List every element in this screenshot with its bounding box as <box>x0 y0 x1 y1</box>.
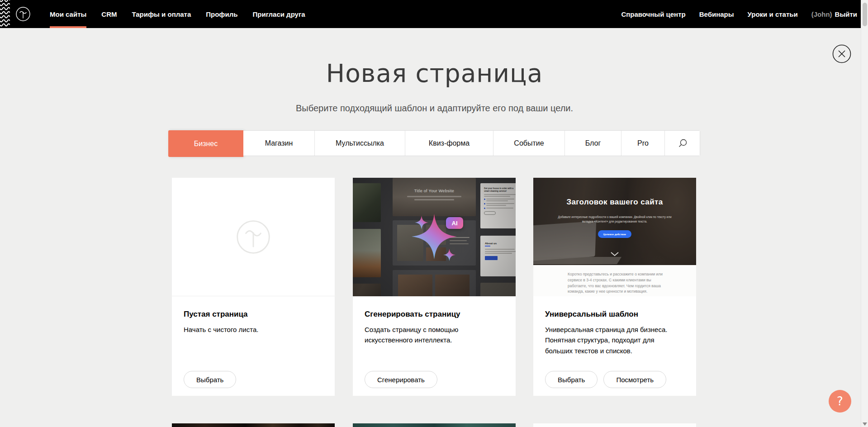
card-title: Пустая страница <box>184 310 248 319</box>
waves-decoration-icon <box>0 0 10 28</box>
nav-pricing[interactable]: Тарифы и оплата <box>132 0 191 28</box>
card-title: Сгенерировать страницу <box>365 310 460 319</box>
card-title: Универсальный шаблон <box>545 310 638 319</box>
preview-cta-button: Целевое действие <box>598 230 631 238</box>
main-menu: Мои сайты CRM Тарифы и оплата Профиль Пр… <box>50 0 305 28</box>
select-blank-button[interactable]: Выбрать <box>184 371 236 388</box>
page-title: Новая страница <box>172 59 697 88</box>
preview-universal-button[interactable]: Посмотреть <box>603 371 666 388</box>
generate-button[interactable]: Сгенерировать <box>365 371 437 388</box>
nav-lessons[interactable]: Уроки и статьи <box>748 0 798 28</box>
tab-event[interactable]: Событие <box>493 131 565 156</box>
nav-help-center[interactable]: Справочный центр <box>621 0 685 28</box>
top-navbar: Мои сайты CRM Тарифы и оплата Профиль Пр… <box>0 0 868 28</box>
card-description: Начать с чистого листа. <box>184 324 319 335</box>
logout-label: Выйти <box>835 10 857 18</box>
nav-profile[interactable]: Профиль <box>206 0 237 28</box>
new-page-dialog: Мои сайты CRM Тарифы и оплата Профиль Пр… <box>0 0 868 427</box>
page-subtitle: Выберите подходящий шаблон и адаптируйте… <box>172 103 697 114</box>
nav-crm[interactable]: CRM <box>101 0 117 28</box>
tab-shop[interactable]: Магазин <box>243 131 315 156</box>
close-icon <box>832 44 851 63</box>
card-body: Пустая страница Начать с чистого листа. … <box>172 296 335 396</box>
tilda-logo-icon[interactable] <box>15 6 31 22</box>
tab-blog[interactable]: Блог <box>565 131 621 156</box>
ai-sparkles-icon <box>396 203 482 275</box>
template-category-tabs: Бизнес Магазин Мультиссылка Квиз-форма С… <box>168 130 700 156</box>
help-button[interactable]: ? <box>829 390 851 413</box>
card-description: Создать страницу с помощью искусственног… <box>365 324 500 346</box>
ai-badge: AI <box>446 217 463 229</box>
next-row-card-preview <box>353 423 516 427</box>
secondary-menu: Справочный центр Вебинары Уроки и статьи… <box>621 0 857 28</box>
preview-body: Коротко представьтесь и расскажите о ком… <box>533 265 696 296</box>
user-name: (John) <box>811 10 832 18</box>
card-body: Сгенерировать страницу Создать страницу … <box>353 296 516 396</box>
nav-webinars[interactable]: Вебинары <box>699 0 734 28</box>
search-icon <box>678 138 688 148</box>
select-universal-button[interactable]: Выбрать <box>545 371 598 388</box>
nav-logout[interactable]: (John) Выйти <box>811 0 857 28</box>
chevron-down-icon <box>611 252 619 256</box>
search-tab[interactable] <box>665 131 700 156</box>
close-dialog-button[interactable] <box>832 44 851 63</box>
next-row-card-preview <box>533 423 696 427</box>
preview-hero-title: Заголовок вашего сайта <box>533 198 696 207</box>
scrollbar-down-arrow-icon[interactable] <box>863 422 867 426</box>
tab-quiz[interactable]: Квиз-форма <box>405 131 493 156</box>
tilda-watermark-icon <box>235 219 271 255</box>
preview-hero-text: Добавьте интересные подробности о вашей … <box>556 215 674 224</box>
template-card-blank: Пустая страница Начать с чистого листа. … <box>172 178 335 396</box>
ai-preview: Title of Your Website Get your house in … <box>353 178 516 296</box>
tab-business[interactable]: Бизнес <box>168 130 243 157</box>
preview-body-text: Коротко представьтесь и расскажите о ком… <box>568 271 664 294</box>
template-card-universal: Заголовок вашего сайта Добавьте интересн… <box>533 178 696 396</box>
blank-preview <box>172 178 335 296</box>
card-body: Универсальный шаблон Универсальная стран… <box>533 296 696 396</box>
template-card-ai-generate: Title of Your Website Get your house in … <box>353 178 516 396</box>
card-description: Универсальная страница для бизнеса. Поня… <box>545 324 681 356</box>
preview-hero: Заголовок вашего сайта Добавьте интересн… <box>533 178 696 265</box>
tab-multilink[interactable]: Мультиссылка <box>315 131 405 156</box>
universal-preview: Заголовок вашего сайта Добавьте интересн… <box>533 178 696 296</box>
nav-my-sites[interactable]: Мои сайты <box>50 0 86 28</box>
next-row-card-preview <box>172 423 335 427</box>
nav-invite-friend[interactable]: Пригласи друга <box>252 0 305 28</box>
scrollbar-thumb[interactable] <box>863 3 867 26</box>
tab-pro[interactable]: Pro <box>621 131 665 156</box>
vertical-scrollbar[interactable] <box>861 0 868 427</box>
